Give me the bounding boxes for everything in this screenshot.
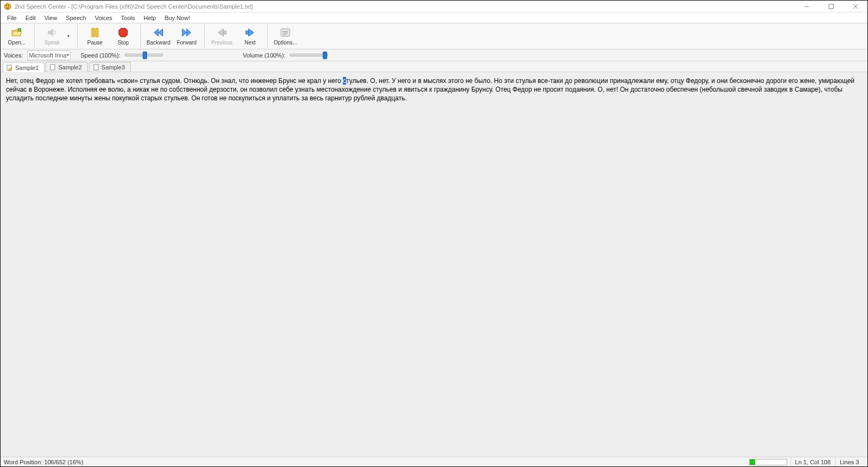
backward-icon <box>152 27 164 39</box>
menu-tools[interactable]: Tools <box>117 14 139 22</box>
status-progress <box>749 459 787 465</box>
status-word-position: Word Position: 106/652 (16%) <box>1 459 749 465</box>
menu-buy-now[interactable]: Buy Now! <box>160 14 194 22</box>
svg-rect-19 <box>246 31 248 34</box>
backward-label: Backward <box>146 40 170 46</box>
pause-label: Pause <box>87 40 103 46</box>
svg-marker-26 <box>11 65 12 66</box>
svg-marker-9 <box>50 29 53 36</box>
previous-label: Previous <box>212 40 233 46</box>
speak-icon <box>46 27 58 39</box>
pause-button[interactable]: Pause <box>81 24 109 48</box>
menu-help[interactable]: Help <box>139 14 161 22</box>
svg-marker-30 <box>98 65 99 66</box>
previous-button[interactable]: Previous <box>208 24 236 48</box>
chevron-down-icon: ▾ <box>67 53 69 57</box>
tab-sample1[interactable]: Sample1 <box>3 62 44 72</box>
svg-marker-28 <box>55 65 56 66</box>
open-label: Open... <box>8 40 26 46</box>
speak-button[interactable]: Speak ▾ <box>38 24 74 48</box>
menu-file[interactable]: File <box>3 14 21 22</box>
app-icon <box>4 3 11 10</box>
previous-icon <box>216 27 228 39</box>
volume-slider[interactable] <box>290 54 328 56</box>
svg-rect-10 <box>92 28 94 37</box>
status-bar: Word Position: 106/652 (16%) Ln 1, Col 1… <box>1 457 867 466</box>
tab-label: Sample1 <box>15 65 39 71</box>
chevron-down-icon[interactable]: ▾ <box>67 34 73 39</box>
status-ln-col: Ln 1, Col 108 <box>790 457 835 466</box>
speed-slider-thumb[interactable] <box>143 52 147 59</box>
svg-marker-17 <box>218 29 224 36</box>
text-content[interactable]: Нет, отец Федор не хотел требовать «свои… <box>1 72 867 457</box>
app-window: 2nd Speech Center - [C:\Program Files (x… <box>0 0 868 467</box>
speak-label: Speak <box>44 40 60 46</box>
minimize-button[interactable] <box>794 1 819 12</box>
maximize-button[interactable] <box>819 1 843 12</box>
status-lines: Lines 3 <box>835 457 867 466</box>
status-progress-fill <box>750 459 756 465</box>
document-modified-icon <box>7 65 13 71</box>
next-button[interactable]: Next <box>236 24 264 48</box>
next-label: Next <box>245 40 256 46</box>
svg-point-7 <box>18 28 21 31</box>
secondary-bar: Voices: Microsoft Irina D ▾ Speed (100%)… <box>1 49 867 61</box>
title-bar: 2nd Speech Center - [C:\Program Files (x… <box>1 1 867 12</box>
forward-label: Forward <box>177 40 197 46</box>
pause-icon <box>89 27 101 39</box>
window-title: 2nd Speech Center - [C:\Program Files (x… <box>15 3 253 10</box>
svg-rect-18 <box>224 31 226 34</box>
stop-label: Stop <box>118 40 129 46</box>
stop-icon <box>117 27 129 39</box>
svg-point-1 <box>6 5 7 6</box>
next-icon <box>244 27 256 39</box>
tab-sample3[interactable]: Sample3 <box>89 62 131 72</box>
svg-rect-8 <box>48 31 50 34</box>
backward-button[interactable]: Backward <box>144 24 173 48</box>
svg-point-0 <box>4 3 11 10</box>
forward-icon <box>181 27 193 39</box>
voice-select[interactable]: Microsoft Irina D ▾ <box>27 50 71 60</box>
folder-open-icon <box>11 27 23 39</box>
tab-label: Sample2 <box>58 64 81 71</box>
svg-rect-27 <box>50 65 55 70</box>
stop-button[interactable]: Stop <box>109 24 137 48</box>
tab-sample2[interactable]: Sample2 <box>46 62 87 72</box>
volume-slider-thumb[interactable] <box>323 52 327 59</box>
tab-bar: Sample1 Sample2 Sample3 <box>1 61 867 72</box>
volume-label: Volume (100%): <box>243 52 285 59</box>
menu-edit[interactable]: Edit <box>21 14 40 22</box>
window-controls <box>794 1 867 12</box>
options-label: Options... <box>274 40 297 46</box>
open-button[interactable]: Open... <box>3 24 31 48</box>
options-icon <box>279 27 291 39</box>
speed-label: Speed (100%): <box>80 52 120 59</box>
svg-marker-12 <box>119 28 127 37</box>
menu-speech[interactable]: Speech <box>61 14 90 22</box>
menu-view[interactable]: View <box>40 14 62 22</box>
svg-point-2 <box>8 5 9 6</box>
svg-marker-20 <box>248 29 254 36</box>
toolbar: Open... Speak ▾ Pause <box>1 23 867 49</box>
document-icon <box>93 64 99 71</box>
forward-button[interactable]: Forward <box>173 24 201 48</box>
svg-marker-13 <box>154 29 158 36</box>
svg-marker-14 <box>158 29 163 36</box>
options-button[interactable]: Options... <box>271 24 299 48</box>
svg-rect-29 <box>94 65 98 70</box>
voice-selected: Microsoft Irina D <box>29 52 67 59</box>
svg-rect-4 <box>829 4 833 9</box>
speed-slider[interactable] <box>125 54 163 56</box>
document-icon <box>49 64 56 71</box>
menu-bar: File Edit View Speech Voices Tools Help … <box>1 12 867 23</box>
text-before-highlight: Нет, отец Федор не хотел требовать «свои… <box>6 77 343 85</box>
close-button[interactable] <box>843 1 867 12</box>
svg-rect-11 <box>95 28 98 37</box>
tab-label: Sample3 <box>101 64 125 71</box>
svg-marker-16 <box>187 29 191 36</box>
menu-voices[interactable]: Voices <box>91 14 117 22</box>
voices-label: Voices: <box>4 52 23 59</box>
svg-marker-15 <box>182 29 187 36</box>
svg-rect-21 <box>281 29 290 36</box>
